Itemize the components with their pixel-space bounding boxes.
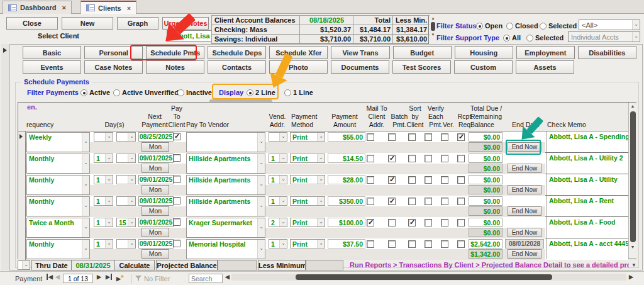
scroll-thumb[interactable] bbox=[630, 111, 636, 242]
weekday-button[interactable]: Mon bbox=[142, 164, 169, 173]
mail-to-client-checkbox[interactable] bbox=[367, 133, 374, 141]
next-record-button[interactable]: ▶ bbox=[97, 274, 101, 280]
weekday-button[interactable]: Mon bbox=[142, 206, 169, 216]
graph-button[interactable]: Graph bbox=[117, 17, 158, 30]
chevron-down-icon[interactable] bbox=[279, 218, 287, 226]
scroll-down-icon[interactable]: ▼ bbox=[631, 243, 635, 251]
weekday-button[interactable]: Mon bbox=[142, 142, 169, 152]
calculate-button[interactable]: Calculate bbox=[114, 260, 155, 271]
horizontal-scrollbar-thumb[interactable] bbox=[296, 274, 552, 280]
rcpt-req-checkbox[interactable] bbox=[457, 155, 465, 162]
rcpt-req-checkbox[interactable] bbox=[457, 133, 465, 141]
row-selector[interactable] bbox=[18, 131, 26, 153]
check-memo-field[interactable]: Abbott, Lisa A - Utility bbox=[547, 174, 628, 195]
chevron-down-icon[interactable] bbox=[82, 197, 89, 216]
sort-by-client-checkbox[interactable] bbox=[408, 219, 416, 226]
day1-combo[interactable]: 1 bbox=[94, 154, 113, 163]
check-memo-field[interactable]: Abbott, Lisa A - acct 4445777 bbox=[547, 238, 628, 259]
new-record-button[interactable]: ▶* bbox=[116, 274, 124, 282]
status-filter-combo[interactable]: <All> bbox=[579, 20, 640, 30]
tab-notes[interactable]: Notes bbox=[146, 60, 204, 74]
row-selector[interactable] bbox=[18, 153, 26, 174]
chevron-down-icon[interactable] bbox=[105, 176, 113, 184]
vendor-combo[interactable]: Hillside Apartments bbox=[186, 196, 265, 216]
chevron-down-icon[interactable] bbox=[317, 240, 325, 248]
vendor-combo[interactable]: Hillside Apartments bbox=[186, 154, 265, 174]
ver-checkbox[interactable] bbox=[441, 240, 448, 248]
vend-addr-combo[interactable]: 1 bbox=[269, 239, 287, 249]
ver-checkbox[interactable] bbox=[441, 133, 448, 141]
tab-basic[interactable]: Basic bbox=[23, 46, 81, 59]
frequency-combo[interactable]: Monthly bbox=[26, 175, 90, 195]
check-memo-field[interactable]: Abbott, Lisa A - Spending bbox=[547, 131, 628, 152]
next-payment-field[interactable]: 09/01/2025 bbox=[138, 218, 174, 227]
chevron-down-icon[interactable] bbox=[105, 197, 113, 205]
close-button[interactable]: Close bbox=[6, 17, 58, 30]
balances-scrollbar[interactable]: ▲ ▼ bbox=[430, 16, 436, 43]
vend-addr-combo[interactable]: 1 bbox=[269, 175, 287, 184]
mail-to-client-checkbox[interactable] bbox=[367, 240, 374, 248]
rcpt-req-checkbox[interactable] bbox=[457, 240, 465, 248]
tab-employment[interactable]: Employment bbox=[516, 46, 575, 59]
end-now-button[interactable]: End Now bbox=[508, 206, 541, 216]
day2-combo[interactable] bbox=[116, 132, 136, 142]
vendor-combo[interactable]: Krager Supermarket bbox=[186, 218, 265, 238]
weekday-button[interactable]: Mon bbox=[142, 228, 169, 237]
search-input[interactable] bbox=[189, 274, 223, 283]
close-icon[interactable]: × bbox=[59, 4, 65, 11]
chevron-down-icon[interactable] bbox=[632, 20, 640, 30]
tab-disabilities[interactable]: Disabilities bbox=[578, 46, 636, 59]
payment-method-combo[interactable]: Print bbox=[290, 154, 325, 163]
vendor-combo[interactable]: Memorial Hospital bbox=[186, 239, 265, 259]
next-payment-field[interactable]: 08/25/2025 bbox=[138, 132, 174, 142]
tab-contacts[interactable]: Contacts bbox=[208, 60, 266, 74]
radio-inactive[interactable]: Inactive bbox=[177, 89, 212, 96]
form-record-selector[interactable] bbox=[1, 44, 10, 271]
radio-closed[interactable]: Closed bbox=[506, 22, 538, 30]
sort-by-client-checkbox[interactable] bbox=[408, 133, 416, 141]
balances-date[interactable]: 08/18/2025 bbox=[299, 15, 353, 25]
tab-budget[interactable]: Budget bbox=[393, 46, 452, 59]
day1-combo[interactable]: 1 bbox=[94, 175, 113, 184]
ver-checkbox[interactable] bbox=[441, 176, 448, 184]
verify-each-pmt-checkbox[interactable] bbox=[425, 176, 432, 184]
scroll-down-icon[interactable]: ▼ bbox=[631, 262, 636, 268]
chevron-down-icon[interactable] bbox=[128, 133, 135, 141]
weekday-button[interactable]: Mon bbox=[142, 249, 169, 259]
chevron-down-icon[interactable] bbox=[632, 32, 640, 42]
pay-to-client-checkbox[interactable] bbox=[173, 218, 180, 226]
next-payment-field[interactable]: 09/01/2025 bbox=[138, 196, 174, 206]
pay-to-client-checkbox[interactable] bbox=[173, 176, 180, 183]
frequency-combo[interactable]: Monthly bbox=[26, 196, 90, 216]
radio-active[interactable]: Active bbox=[80, 89, 110, 96]
scroll-up-icon[interactable]: ▲ bbox=[431, 16, 435, 20]
radio-active-unverified[interactable]: Active Unverified bbox=[113, 89, 179, 96]
day1-combo[interactable]: 1 bbox=[94, 218, 113, 227]
chevron-down-icon[interactable] bbox=[317, 197, 325, 205]
tab-view-trans[interactable]: View Trans bbox=[331, 46, 389, 59]
batch-pmt-checkbox[interactable] bbox=[388, 198, 396, 205]
payment-method-combo[interactable]: Print bbox=[290, 175, 325, 184]
support-type-combo[interactable]: Individual Accts bbox=[568, 31, 640, 42]
chevron-down-icon[interactable] bbox=[257, 176, 265, 194]
vend-addr-combo[interactable] bbox=[269, 132, 287, 142]
chevron-down-icon[interactable] bbox=[82, 176, 89, 194]
chevron-down-icon[interactable] bbox=[82, 154, 89, 173]
record-position[interactable]: 1 of 13 bbox=[63, 274, 93, 283]
day2-combo[interactable] bbox=[116, 196, 136, 206]
sort-by-client-checkbox[interactable] bbox=[408, 155, 416, 162]
rcpt-req-checkbox[interactable] bbox=[457, 198, 465, 205]
chevron-down-icon[interactable] bbox=[128, 176, 135, 184]
frequency-combo[interactable]: Monthly bbox=[26, 239, 90, 259]
chevron-down-icon[interactable] bbox=[279, 240, 287, 248]
check-memo-field[interactable]: Abbott, Lisa A - Rent bbox=[547, 196, 628, 216]
tab-documents[interactable]: Documents bbox=[331, 60, 389, 74]
end-now-button[interactable]: End Now bbox=[508, 228, 541, 237]
verify-each-pmt-checkbox[interactable] bbox=[425, 240, 432, 248]
day1-combo[interactable] bbox=[94, 132, 113, 142]
end-now-button[interactable]: End Now bbox=[508, 164, 541, 173]
day1-combo[interactable]: 1 bbox=[94, 196, 113, 206]
footer-combo[interactable] bbox=[18, 260, 30, 270]
rcpt-req-checkbox[interactable] bbox=[457, 176, 465, 184]
next-payment-field[interactable]: 09/01/2025 bbox=[138, 175, 174, 184]
